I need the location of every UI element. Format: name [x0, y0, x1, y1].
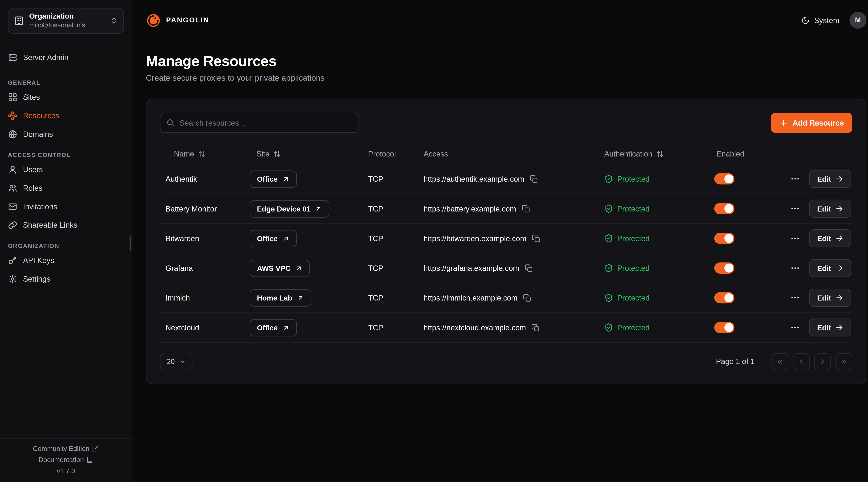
site-name: Edge Device 01: [257, 204, 310, 213]
resource-url: https://grafana.example.com: [424, 264, 519, 272]
row-menu-button[interactable]: [790, 174, 800, 184]
community-edition-link[interactable]: Community Edition: [33, 444, 99, 452]
page-size-value: 20: [167, 357, 175, 365]
enabled-toggle[interactable]: [714, 203, 734, 214]
copy-icon[interactable]: [532, 323, 540, 331]
site-link-button[interactable]: Edge Device 01: [250, 200, 330, 217]
row-menu-button[interactable]: [790, 322, 800, 332]
enabled-cell: [711, 292, 784, 303]
site-name: AWS VPC: [257, 264, 290, 272]
column-header-authentication[interactable]: Authentication: [604, 150, 711, 158]
column-header-site[interactable]: Site: [250, 150, 366, 158]
page-size-select[interactable]: 20: [160, 353, 193, 370]
site-link-button[interactable]: Office: [250, 170, 297, 188]
first-page-button[interactable]: [772, 353, 788, 370]
sidebar-scrollbar[interactable]: [130, 235, 131, 251]
prev-page-button[interactable]: [793, 353, 810, 370]
enabled-toggle[interactable]: [714, 233, 734, 244]
site-link-button[interactable]: Home Lab: [250, 289, 311, 307]
row-actions: Edit: [784, 319, 852, 336]
column-header-enabled: Enabled: [711, 150, 784, 158]
site-name: Office: [257, 323, 278, 331]
org-selector[interactable]: Organization milo@fossorial.io's ...: [8, 8, 124, 34]
server-icon: [8, 53, 18, 62]
sidebar-footer: Community Edition Documentation v1.7.0: [0, 438, 132, 482]
edit-label: Edit: [817, 234, 831, 243]
sidebar-nav: Server Admin GENERAL Sites Resources Dom…: [0, 41, 132, 288]
site-link-button[interactable]: Office: [250, 230, 297, 247]
sidebar-item-server-admin[interactable]: Server Admin: [0, 48, 132, 67]
globe-icon: [8, 130, 18, 139]
edit-label: Edit: [817, 204, 831, 213]
next-page-button[interactable]: [814, 353, 831, 370]
site-link-button[interactable]: AWS VPC: [250, 259, 310, 277]
site-link-button[interactable]: Office: [250, 319, 297, 336]
search-input[interactable]: [160, 113, 359, 133]
enabled-cell: [711, 233, 784, 244]
sidebar-item[interactable]: API Keys: [0, 251, 132, 270]
enabled-cell: [711, 322, 784, 333]
access-cell: https://nextcloud.example.com: [422, 323, 604, 331]
mail-icon: [8, 202, 18, 212]
community-edition-label: Community Edition: [33, 444, 90, 452]
copy-icon[interactable]: [525, 264, 533, 272]
arrow-right-icon: [836, 175, 843, 183]
enabled-cell: [711, 173, 784, 185]
copy-icon[interactable]: [523, 294, 531, 302]
sidebar-item-label: API Keys: [23, 257, 54, 264]
authentication-status: Protected: [617, 175, 650, 183]
edit-button[interactable]: Edit: [809, 200, 851, 218]
edit-button[interactable]: Edit: [809, 319, 851, 336]
resource-protocol: TCP: [366, 175, 422, 183]
enabled-toggle[interactable]: [714, 322, 734, 333]
sidebar-item[interactable]: Domains: [0, 125, 132, 144]
sidebar-item[interactable]: Resources: [0, 106, 132, 125]
chevrons-right-icon: [840, 357, 848, 365]
access-cell: https://authentik.example.com: [422, 175, 604, 183]
sidebar-item[interactable]: Roles: [0, 179, 132, 197]
sort-icon: [273, 150, 281, 157]
theme-toggle-button[interactable]: System: [801, 16, 839, 24]
resource-name: Authentik: [160, 175, 250, 183]
arrow-right-icon: [836, 324, 843, 331]
edit-button[interactable]: Edit: [809, 229, 851, 247]
resource-url: https://authentik.example.com: [424, 175, 524, 183]
add-resource-button[interactable]: Add Resource: [771, 113, 852, 133]
copy-icon[interactable]: [530, 175, 538, 183]
add-resource-label: Add Resource: [793, 119, 844, 127]
row-menu-button[interactable]: [790, 233, 800, 244]
shield-check-icon: [604, 234, 613, 243]
sidebar-item[interactable]: Sites: [0, 88, 132, 106]
column-header-name[interactable]: Name: [160, 150, 250, 158]
sidebar-item[interactable]: Settings: [0, 270, 132, 288]
page-title: Manage Resources: [146, 53, 866, 70]
documentation-link[interactable]: Documentation: [38, 456, 93, 463]
site-cell: Office: [250, 230, 366, 247]
sidebar-item-label: Settings: [23, 275, 51, 283]
enabled-toggle[interactable]: [714, 292, 734, 303]
last-page-button[interactable]: [836, 353, 852, 370]
row-actions: Edit: [784, 229, 852, 247]
section-label-general: GENERAL: [0, 71, 132, 88]
sidebar-item[interactable]: Shareable Links: [0, 216, 132, 234]
edit-button[interactable]: Edit: [809, 170, 851, 188]
avatar[interactable]: M: [849, 12, 866, 29]
edit-button[interactable]: Edit: [809, 259, 851, 277]
toggle-knob: [724, 293, 734, 302]
row-menu-button[interactable]: [790, 203, 800, 214]
access-cell: https://grafana.example.com: [422, 264, 604, 272]
edit-button[interactable]: Edit: [809, 289, 851, 307]
enabled-toggle[interactable]: [714, 173, 734, 185]
table-row: Bitwarden Office TCP https://bitward: [160, 224, 852, 254]
enabled-toggle[interactable]: [714, 262, 734, 274]
row-menu-button[interactable]: [790, 263, 800, 273]
copy-icon[interactable]: [522, 204, 530, 213]
row-menu-button[interactable]: [790, 293, 800, 303]
gear-icon: [8, 274, 18, 284]
shield-check-icon: [604, 293, 613, 302]
access-cell: https://battery.example.com: [422, 204, 604, 213]
copy-icon[interactable]: [532, 234, 540, 243]
sidebar-item[interactable]: Invitations: [0, 197, 132, 216]
org-text: Organization milo@fossorial.io's ...: [29, 12, 105, 30]
sidebar-item[interactable]: Users: [0, 160, 132, 179]
